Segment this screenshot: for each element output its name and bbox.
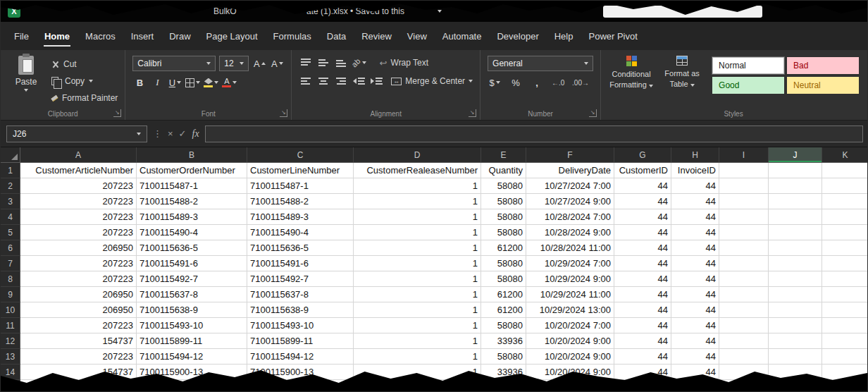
bold-button[interactable]: B xyxy=(132,75,147,90)
cell-E10[interactable]: 61200 xyxy=(481,302,526,318)
cell-J15[interactable] xyxy=(769,380,822,392)
cell-K1[interactable] xyxy=(822,163,867,178)
cell-F11[interactable]: 10/20/2024 7:00 xyxy=(526,318,614,333)
cell-F6[interactable]: 10/28/2024 11:00 xyxy=(526,240,614,256)
cell-E12[interactable]: 33936 xyxy=(481,333,526,349)
cell-A10[interactable]: 206950 xyxy=(20,302,137,318)
cell-E13[interactable]: 58080 xyxy=(481,349,526,365)
cell-D10[interactable]: 1 xyxy=(354,302,481,318)
cell-D8[interactable]: 1 xyxy=(354,271,481,287)
cell-style-normal[interactable]: Normal xyxy=(712,57,784,74)
font-color-button[interactable]: A xyxy=(222,75,237,90)
comma-style-button[interactable]: , xyxy=(530,75,544,90)
column-header-G[interactable]: G xyxy=(614,147,671,162)
column-header-H[interactable]: H xyxy=(671,147,719,162)
ribbon-tab-draw[interactable]: Draw xyxy=(161,22,198,50)
cell-B14[interactable]: 7100115900-13 xyxy=(137,365,247,380)
ribbon-tab-file[interactable]: File xyxy=(6,22,37,50)
cell-D14[interactable]: 1 xyxy=(354,365,481,380)
cell-H1[interactable]: InvoiceID xyxy=(671,163,719,178)
number-dialog-launcher[interactable]: ↘ xyxy=(589,109,597,117)
cell-G8[interactable]: 44 xyxy=(614,271,671,287)
cell-D3[interactable]: 1 xyxy=(354,194,481,209)
ribbon-tab-page-layout[interactable]: Page Layout xyxy=(199,22,266,50)
cell-J8[interactable] xyxy=(769,271,822,287)
cell-F7[interactable]: 10/29/2024 7:00 xyxy=(526,256,614,271)
row-header-5[interactable]: 5 xyxy=(1,225,20,240)
cell-E2[interactable]: 58080 xyxy=(481,178,526,194)
cell-F9[interactable]: 10/29/2024 11:00 xyxy=(526,287,614,302)
cell-J14[interactable] xyxy=(769,365,822,380)
cell-I15[interactable] xyxy=(719,380,769,392)
cell-K8[interactable] xyxy=(822,271,867,287)
column-header-E[interactable]: E xyxy=(481,147,526,162)
cell-F15[interactable] xyxy=(526,380,614,392)
cell-I7[interactable] xyxy=(719,256,769,271)
cell-F13[interactable]: 10/20/2024 9:00 xyxy=(526,349,614,365)
cell-D1[interactable]: CustomerRealeaseNumber xyxy=(354,163,481,178)
accounting-format-button[interactable]: $ xyxy=(488,75,502,90)
cell-E9[interactable]: 61200 xyxy=(481,287,526,302)
cell-G14[interactable]: 44 xyxy=(614,365,671,380)
row-header-6[interactable]: 6 xyxy=(1,240,20,256)
cell-I8[interactable] xyxy=(719,271,769,287)
paste-button[interactable]: Paste xyxy=(8,56,44,92)
cell-D13[interactable]: 1 xyxy=(354,349,481,365)
cell-J1[interactable] xyxy=(769,163,822,178)
cell-I13[interactable] xyxy=(719,349,769,365)
align-right-button[interactable] xyxy=(334,74,348,88)
cell-G12[interactable]: 44 xyxy=(614,333,671,349)
cell-G3[interactable]: 44 xyxy=(614,194,671,209)
column-header-K[interactable]: K xyxy=(822,147,867,162)
cell-K2[interactable] xyxy=(822,178,867,194)
cell-A12[interactable]: 154737 xyxy=(20,333,137,349)
cell-J3[interactable] xyxy=(769,194,822,209)
cell-A4[interactable]: 207223 xyxy=(20,209,137,225)
cell-D11[interactable]: 1 xyxy=(354,318,481,333)
cell-K10[interactable] xyxy=(822,302,867,318)
cell-B7[interactable]: 7100115491-6 xyxy=(137,256,247,271)
cell-E3[interactable]: 58080 xyxy=(481,194,526,209)
cell-G6[interactable]: 44 xyxy=(614,240,671,256)
decrease-decimal-button[interactable]: .00→ xyxy=(572,75,589,90)
row-header-15[interactable]: 15 xyxy=(1,380,20,392)
cell-E6[interactable]: 61200 xyxy=(481,240,526,256)
column-header-B[interactable]: B xyxy=(137,147,247,162)
cell-I4[interactable] xyxy=(719,209,769,225)
borders-button[interactable] xyxy=(185,75,200,90)
decrease-indent-button[interactable] xyxy=(352,74,366,88)
cell-A1[interactable]: CustomerArticleNumber xyxy=(20,163,137,178)
cell-C1[interactable]: CustomerLineNumber xyxy=(247,163,354,178)
cell-K15[interactable] xyxy=(822,380,867,392)
cell-K4[interactable] xyxy=(822,209,867,225)
cell-K11[interactable] xyxy=(822,318,867,333)
cell-F14[interactable]: 10/20/2024 9:00 xyxy=(526,365,614,380)
row-header-10[interactable]: 10 xyxy=(1,302,20,318)
cell-B15[interactable] xyxy=(137,380,247,392)
cell-C4[interactable]: 7100115489-3 xyxy=(247,209,354,225)
row-header-14[interactable]: 14 xyxy=(1,365,20,380)
cell-A7[interactable]: 207223 xyxy=(20,256,137,271)
cell-G15[interactable] xyxy=(614,380,671,392)
cell-B4[interactable]: 7100115489-3 xyxy=(137,209,247,225)
cell-G11[interactable]: 44 xyxy=(614,318,671,333)
cell-D6[interactable]: 1 xyxy=(354,240,481,256)
select-all-button[interactable] xyxy=(1,147,20,162)
ribbon-tab-data[interactable]: Data xyxy=(319,22,354,50)
column-header-A[interactable]: A xyxy=(20,147,137,162)
cell-F3[interactable]: 10/27/2024 9:00 xyxy=(526,194,614,209)
cell-H2[interactable]: 44 xyxy=(671,178,719,194)
cell-F2[interactable]: 10/27/2024 7:00 xyxy=(526,178,614,194)
align-center-button[interactable] xyxy=(316,74,330,88)
bottom-align-button[interactable] xyxy=(334,56,348,70)
ribbon-tab-home[interactable]: Home xyxy=(37,22,78,50)
number-format-select[interactable]: General xyxy=(488,56,593,71)
cell-F12[interactable]: 10/20/2024 9:00 xyxy=(526,333,614,349)
cell-B10[interactable]: 7100115638-9 xyxy=(137,302,247,318)
column-header-C[interactable]: C xyxy=(247,147,354,162)
cell-C9[interactable]: 7100115637-8 xyxy=(247,287,354,302)
cell-G9[interactable]: 44 xyxy=(614,287,671,302)
font-size-select[interactable]: 12 xyxy=(219,56,249,71)
conditional-formatting-button[interactable]: Conditional Formatting xyxy=(608,56,655,90)
cell-G2[interactable]: 44 xyxy=(614,178,671,194)
